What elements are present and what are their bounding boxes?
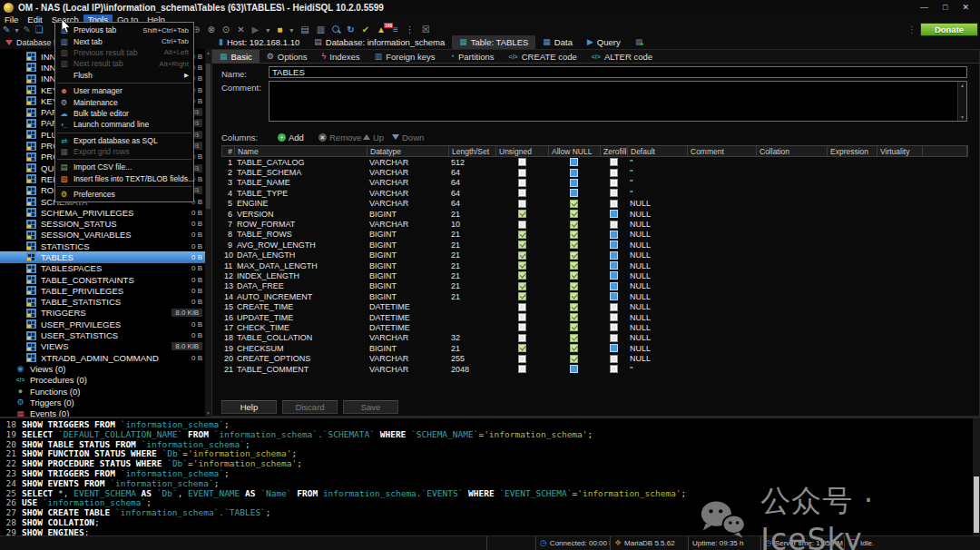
grid-row-table_type[interactable]: 4TABLE_TYPEVARCHAR64''	[221, 188, 968, 198]
tab-table-tables[interactable]: Table: TABLES	[452, 35, 535, 49]
refresh-icon[interactable]	[347, 25, 354, 35]
menubar-item-edit[interactable]: Edit	[23, 15, 46, 25]
tree-node-events-0-[interactable]: Events (0)	[0, 408, 205, 417]
menu-item-previous-tab[interactable]: Previous tabShift+Ctrl+Tab	[55, 25, 193, 35]
allow-null-checkbox[interactable]	[570, 323, 578, 331]
column-header-allow-null[interactable]: Allow NULL	[549, 146, 601, 156]
zerofill-checkbox[interactable]	[610, 200, 618, 208]
column-header-zerofill[interactable]: Zerofill	[601, 146, 628, 156]
unsigned-checkbox[interactable]	[518, 231, 526, 239]
allow-null-checkbox[interactable]	[570, 261, 578, 270]
zerofill-checkbox[interactable]	[610, 271, 618, 280]
unsigned-checkbox[interactable]	[518, 210, 526, 218]
grid-row-create_options[interactable]: 20CREATE_OPTIONSVARCHAR255NULL	[221, 353, 968, 363]
tab-query[interactable]: Query	[580, 35, 628, 49]
column-header-expression[interactable]: Expression	[828, 146, 877, 156]
menu-item-insert-files-into-text-blob-fields-[interactable]: Insert files into TEXT/BLOB fields...	[55, 173, 193, 184]
zerofill-checkbox[interactable]	[610, 169, 618, 177]
copy-icon[interactable]	[35, 25, 44, 35]
notebook-icon[interactable]	[317, 25, 325, 35]
tree-item-session_status[interactable]: SESSION_STATUS0 B	[0, 218, 205, 229]
cancel-icon[interactable]	[237, 25, 244, 35]
menu-item-bulk-table-editor[interactable]: Bulk table editor	[55, 108, 193, 119]
grid-row-table_schema[interactable]: 2TABLE_SCHEMAVARCHAR64''	[221, 167, 968, 177]
allow-null-checkbox[interactable]	[570, 344, 578, 352]
save-icon[interactable]	[300, 25, 309, 35]
kebab-icon[interactable]	[406, 25, 415, 35]
column-header-default[interactable]: Default	[628, 146, 688, 156]
allow-null-checkbox[interactable]	[570, 231, 578, 239]
grid-row-avg_row_length[interactable]: 9AVG_ROW_LENGTHBIGINT21NULL	[221, 240, 968, 250]
save-button[interactable]: Save	[343, 400, 398, 414]
minimize-button[interactable]: —	[920, 0, 928, 15]
help-button[interactable]: Help	[221, 400, 277, 414]
tree-node-functions-0-[interactable]: Functions (0)	[0, 386, 205, 397]
tree-item-tablespaces[interactable]: TABLESPACES0 B	[0, 263, 205, 274]
grid-row-index_length[interactable]: 12INDEX_LENGTHBIGINT21NULL	[221, 270, 968, 280]
grid-row-table_comment[interactable]: 21TABLE_COMMENTVARCHAR2048''	[221, 364, 968, 374]
grid-row-create_time[interactable]: 15CREATE_TIMEDATETIMENULL	[221, 301, 968, 311]
column-header-datatype[interactable]: Datatype	[368, 146, 449, 156]
allow-null-checkbox[interactable]	[570, 303, 578, 311]
subtab-options[interactable]: Options	[260, 50, 315, 63]
grid-row-table_rows[interactable]: 8TABLE_ROWSBIGINT21NULL	[221, 230, 968, 240]
warning-icon[interactable]: 100	[377, 25, 386, 35]
zerofill-checkbox[interactable]	[610, 355, 618, 363]
tree-scrollbar-thumb[interactable]	[206, 64, 211, 209]
subtab-alter-code[interactable]: ALTER code	[584, 50, 660, 63]
tree-item-session_variables[interactable]: SESSION_VARIABLES0 B	[0, 230, 205, 241]
circle-cancel-icon[interactable]	[207, 25, 214, 35]
play-icon[interactable]	[252, 25, 260, 35]
maximize-button[interactable]: □	[943, 0, 947, 15]
column-header-comment[interactable]: Comment	[688, 146, 757, 156]
menu-item-next-tab[interactable]: Next tabCtrl+Tab	[55, 35, 193, 46]
menu-item-user-manager[interactable]: User manager	[55, 85, 193, 96]
tree-node-triggers-0-[interactable]: Triggers (0)	[0, 397, 205, 408]
play-caret[interactable]	[266, 25, 270, 36]
session-dropdown-caret[interactable]	[15, 25, 18, 36]
tree-item-statistics[interactable]: STATISTICS0 B	[0, 241, 205, 251]
tree-scrollbar[interactable]: ▲ ▼	[205, 49, 211, 417]
allow-null-checkbox[interactable]	[570, 271, 578, 280]
disconnect-icon[interactable]	[23, 25, 30, 35]
tree-item-schema_privileges[interactable]: SCHEMA_PRIVILEGES0 B	[0, 207, 205, 218]
allow-null-checkbox[interactable]	[570, 221, 578, 229]
remove-column-button[interactable]: ✕ Remove	[318, 133, 361, 142]
allow-null-checkbox[interactable]	[570, 251, 578, 260]
grid-row-version[interactable]: 6VERSIONBIGINT21NULL	[221, 209, 968, 219]
zerofill-checkbox[interactable]	[610, 210, 618, 218]
allow-null-checkbox[interactable]	[570, 210, 578, 218]
tree-item-user_statistics[interactable]: USER_STATISTICS0 B	[0, 329, 205, 340]
tree-node-procedures-0-[interactable]: Procedures (0)	[0, 375, 205, 386]
zerofill-checkbox[interactable]	[610, 158, 618, 166]
allow-null-checkbox[interactable]	[570, 179, 578, 187]
allow-null-checkbox[interactable]	[570, 292, 578, 300]
tab-data[interactable]: Data	[535, 35, 580, 49]
unsigned-checkbox[interactable]	[518, 334, 526, 342]
grid-row-checksum[interactable]: 19CHECKSUMBIGINT21NULL	[221, 343, 968, 353]
tree-item-xtradb_admin_command[interactable]: XTRADB_ADMIN_COMMAND0 B	[0, 352, 205, 363]
unsigned-checkbox[interactable]	[518, 179, 526, 187]
unsigned-checkbox[interactable]	[518, 251, 526, 260]
allow-null-checkbox[interactable]	[570, 241, 578, 249]
folder-caret[interactable]	[289, 25, 293, 36]
menu-item-flush[interactable]: Flush▶	[55, 70, 193, 81]
close-button[interactable]: ✕	[962, 0, 969, 15]
grid-row-update_time[interactable]: 16UPDATE_TIMEDATETIMENULL	[221, 312, 968, 322]
grid-row-auto_increment[interactable]: 14AUTO_INCREMENTBIGINT21NULL	[221, 291, 968, 301]
folder-icon[interactable]	[277, 25, 282, 35]
tree-item-triggers[interactable]: TRIGGERS8.0 KiB	[0, 308, 205, 319]
allow-null-checkbox[interactable]	[570, 158, 578, 166]
unsigned-checkbox[interactable]	[518, 169, 526, 177]
search-icon[interactable]	[332, 25, 339, 35]
subtab-basic[interactable]: Basic	[212, 50, 260, 63]
allow-null-checkbox[interactable]	[570, 189, 578, 197]
column-header-unsigned[interactable]: Unsigned	[496, 146, 549, 156]
unsigned-checkbox[interactable]	[518, 271, 526, 280]
comment-scrollbar[interactable]: ▲ ▼	[957, 82, 966, 121]
add-column-button[interactable]: + Add	[278, 133, 304, 142]
unsigned-checkbox[interactable]	[518, 282, 526, 290]
subtab-partitions[interactable]: Partitions	[443, 50, 502, 63]
allow-null-checkbox[interactable]	[570, 365, 578, 373]
column-header-virtuality[interactable]: Virtuality	[877, 146, 923, 156]
